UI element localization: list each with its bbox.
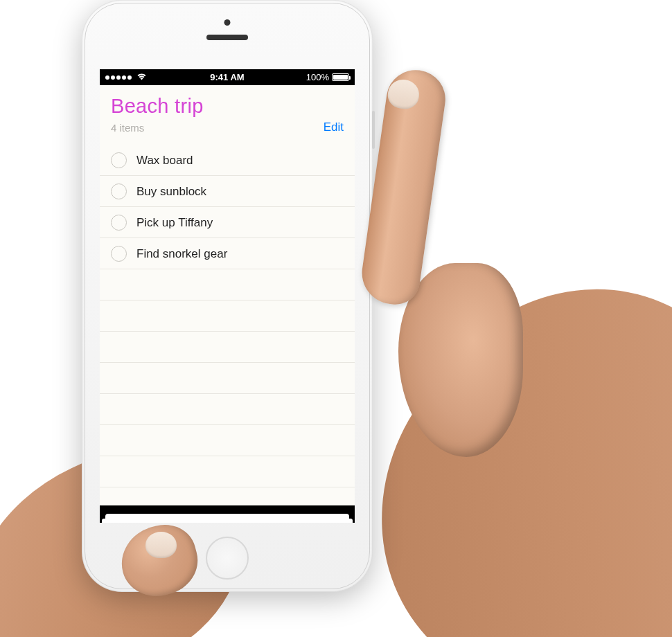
phone-screen: 9:41 AM 100% Beach trip 4 items Edit [100, 69, 355, 523]
checkbox-icon[interactable] [111, 152, 127, 168]
status-right: 100% [306, 72, 349, 82]
list-item[interactable]: Buy sunblock [100, 176, 355, 207]
battery-percent: 100% [306, 72, 329, 82]
status-left [105, 72, 147, 82]
card-stack-footer[interactable] [100, 505, 355, 523]
checkbox-icon[interactable] [111, 215, 127, 231]
edit-button[interactable]: Edit [324, 120, 344, 134]
battery-icon [332, 73, 349, 81]
earpiece-speaker [206, 35, 248, 40]
list-header: Beach trip 4 items Edit [100, 95, 355, 141]
checkbox-icon[interactable] [111, 183, 127, 199]
index-finger-illustration [374, 69, 440, 305]
reminder-list: Wax board Buy sunblock Pick up Tiffany F… [100, 145, 355, 269]
list-item[interactable]: Wax board [100, 145, 355, 176]
signal-strength-icon [105, 75, 132, 80]
item-label: Wax board [136, 154, 193, 168]
item-label: Buy sunblock [136, 185, 206, 199]
list-item[interactable]: Find snorkel gear [100, 238, 355, 269]
front-camera [224, 19, 231, 26]
wifi-icon [136, 72, 147, 82]
item-label: Find snorkel gear [136, 247, 227, 261]
item-label: Pick up Tiffany [136, 216, 213, 230]
home-button[interactable] [206, 537, 249, 580]
iphone-device: 9:41 AM 100% Beach trip 4 items Edit [82, 0, 373, 592]
status-time: 9:41 AM [210, 72, 244, 82]
status-bar: 9:41 AM 100% [100, 69, 355, 85]
checkbox-icon[interactable] [111, 246, 127, 262]
thumb-illustration [121, 526, 204, 599]
item-count: 4 items [111, 122, 144, 134]
reminders-app: Beach trip 4 items Edit Wax board Buy su… [100, 85, 355, 523]
list-title: Beach trip [111, 95, 344, 118]
list-item[interactable]: Pick up Tiffany [100, 207, 355, 238]
